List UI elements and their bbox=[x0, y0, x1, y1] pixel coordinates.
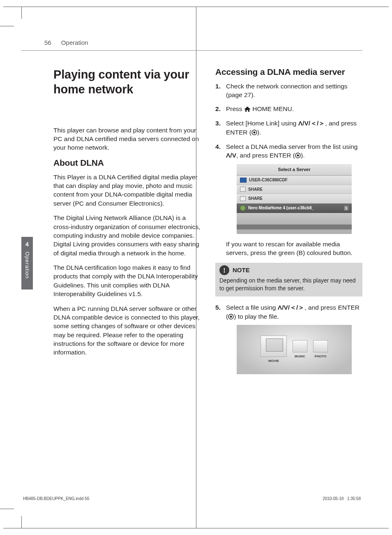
media-tiles-screenshot: MOVIE MUSIC PHOTO bbox=[237, 325, 352, 374]
step-4-text-c: ). bbox=[301, 152, 304, 159]
crop-mark bbox=[21, 7, 22, 19]
step-4: Select a DLNA media server from the list… bbox=[215, 142, 362, 257]
folder-icon bbox=[293, 340, 307, 352]
note-label: NOTE bbox=[233, 266, 250, 274]
share-label: SHARE bbox=[248, 187, 263, 192]
server-name: USER-C36C880CDF bbox=[249, 177, 288, 183]
crop-mark bbox=[0, 509, 14, 509]
left-column: Playing content via your home network Th… bbox=[53, 67, 201, 380]
section-name: Operation bbox=[61, 39, 88, 46]
note-icon: ! bbox=[219, 265, 229, 275]
photo-tile: PHOTO bbox=[313, 340, 328, 359]
page-body: 56 Operation Playing content via your ho… bbox=[21, 26, 362, 509]
about-dlna-heading: About DLNA bbox=[53, 158, 201, 168]
intro-paragraph: This player can browse and play content … bbox=[53, 126, 201, 152]
screenshot-bottom-bar bbox=[237, 225, 352, 229]
step-3-text-c: ). bbox=[257, 129, 261, 136]
share-row: SHARE bbox=[237, 194, 352, 204]
server-row-selected: Nero MediaHome 4 (user-c36cb8_ 1 bbox=[237, 204, 352, 213]
pc-icon bbox=[240, 178, 247, 183]
step-1: Check the network connection and setting… bbox=[215, 82, 362, 100]
about-dlna-p2: The Digital Living Network Alliance (DLN… bbox=[53, 213, 201, 257]
screenshot-blank-area bbox=[237, 213, 352, 225]
step-3: Select [Home Link] using Λ/V/＜/＞, and pr… bbox=[215, 119, 362, 137]
step-5-text-a: Select a file using bbox=[226, 304, 278, 311]
enter-icon bbox=[228, 313, 234, 322]
server-name: Nero MediaHome 4 (user-c36cb8_ bbox=[248, 205, 314, 211]
imposition-footer: HB485-DB.BDEUPPK_ENG.indd 56 2010-05-18 … bbox=[21, 496, 362, 501]
step-1-text: Check the network connection and setting… bbox=[226, 83, 348, 98]
folder-icon bbox=[240, 187, 246, 192]
svg-point-1 bbox=[254, 131, 256, 133]
photo-label: PHOTO bbox=[315, 354, 326, 359]
step-5-text-c: ) to play the file. bbox=[234, 313, 279, 320]
about-dlna-p4: When a PC running DLNA server software o… bbox=[53, 304, 201, 357]
note-text: Depending on the media server, this play… bbox=[219, 277, 358, 292]
step-2-text-a: Press bbox=[226, 105, 244, 112]
step-2-text-b: HOME MENU. bbox=[252, 105, 294, 112]
step-3-text-a: Select [Home Link] using bbox=[226, 120, 298, 127]
server-count: 1 bbox=[344, 206, 348, 211]
folder-icon bbox=[240, 196, 246, 201]
page-title: Playing content via your home network bbox=[53, 67, 201, 97]
crop-mark bbox=[0, 26, 14, 26]
running-head: 56 Operation bbox=[21, 26, 362, 51]
accessing-heading: Accessing a DLNA media server bbox=[215, 67, 362, 77]
crop-mark bbox=[21, 516, 22, 528]
note-heading: ! NOTE bbox=[219, 265, 358, 275]
step-5: Select a file using Λ/V/＜/＞, and press E… bbox=[215, 303, 362, 374]
media-server-icon bbox=[240, 205, 246, 211]
about-dlna-p1: This Player is a DLNA Certified digital … bbox=[53, 173, 201, 208]
about-dlna-p3: The DLNA certification logo makes it eas… bbox=[53, 263, 201, 299]
steps-list-cont: Select a file using Λ/V/＜/＞, and press E… bbox=[215, 303, 362, 374]
step-4-text-b: , and press ENTER ( bbox=[236, 152, 295, 159]
screenshot-title: Select a Server bbox=[237, 164, 352, 176]
svg-point-5 bbox=[230, 315, 232, 317]
folder-icon bbox=[261, 336, 287, 357]
music-tile: MUSIC bbox=[293, 340, 307, 359]
enter-icon bbox=[251, 129, 257, 137]
home-icon bbox=[244, 105, 251, 114]
folder-icon bbox=[313, 340, 328, 352]
svg-point-3 bbox=[297, 155, 299, 157]
steps-list: Check the network connection and setting… bbox=[215, 82, 362, 257]
nav-arrows-4way-icon: Λ/V/＜/＞ bbox=[278, 304, 305, 311]
footer-file: HB485-DB.BDEUPPK_ENG.indd 56 bbox=[23, 496, 89, 501]
share-label: SHARE bbox=[248, 196, 263, 201]
server-row: USER-C36C880CDF bbox=[237, 176, 352, 185]
select-server-screenshot: Select a Server USER-C36C880CDF SHARE SH… bbox=[237, 164, 352, 234]
footer-datetime: 2010-05-18 1:35:58 bbox=[323, 496, 361, 501]
step-4-followup: If you want to rescan for available medi… bbox=[226, 240, 362, 257]
step-2: Press HOME MENU. bbox=[215, 104, 362, 114]
step-4-text-a: Select a DLNA media server from the list… bbox=[226, 143, 357, 150]
nav-arrows-2way-icon: Λ/V bbox=[226, 152, 236, 159]
share-row: SHARE bbox=[237, 185, 352, 195]
music-label: MUSIC bbox=[295, 354, 305, 359]
enter-icon bbox=[295, 152, 301, 160]
nav-arrows-4way-icon: Λ/V/＜/＞ bbox=[298, 120, 325, 127]
movie-label: MOVIE bbox=[268, 359, 279, 363]
movie-tile: MOVIE bbox=[261, 336, 287, 363]
page-number: 56 bbox=[44, 39, 51, 46]
note-box: ! NOTE Depending on the media server, th… bbox=[215, 263, 362, 296]
right-column: Accessing a DLNA media server Check the … bbox=[215, 67, 362, 380]
